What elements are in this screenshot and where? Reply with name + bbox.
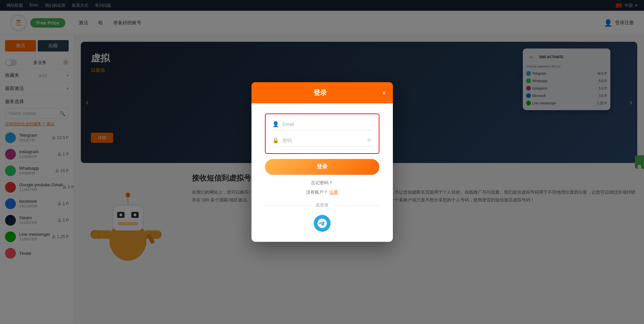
no-account-row: 没有账户？ 注册: [265, 189, 379, 195]
or-login-divider: 或登录: [265, 202, 379, 208]
login-submit-button[interactable]: 登录: [265, 159, 379, 175]
modal-overlay[interactable]: 登录 × 👤 🔒 👁 登录 忘记密码？: [0, 0, 644, 324]
lock-icon: 🔒: [272, 137, 279, 143]
email-field-row: 👤: [272, 121, 372, 130]
forgot-password-link[interactable]: 忘记密码？: [265, 180, 379, 186]
eye-toggle-icon[interactable]: 👁: [367, 137, 372, 143]
email-icon: 👤: [272, 121, 279, 127]
telegram-login-button[interactable]: [314, 215, 331, 232]
password-field-row: 🔒 👁: [272, 137, 372, 147]
no-account-text: 没有账户？: [306, 190, 328, 195]
modal-title: 登录: [258, 88, 382, 97]
modal-close-button[interactable]: ×: [382, 90, 386, 96]
modal-body: 👤 🔒 👁 登录 忘记密码？ 没有账户？ 注册: [251, 103, 393, 242]
login-modal: 登录 × 👤 🔒 👁 登录 忘记密码？: [251, 82, 393, 242]
password-input[interactable]: [282, 138, 367, 143]
email-input[interactable]: [282, 122, 372, 127]
register-link[interactable]: 注册: [329, 190, 338, 195]
login-form-box: 👤 🔒 👁: [265, 114, 379, 154]
modal-header: 登录 ×: [251, 82, 393, 103]
or-login-text: 或登录: [311, 202, 333, 208]
social-login-area: [265, 215, 379, 232]
